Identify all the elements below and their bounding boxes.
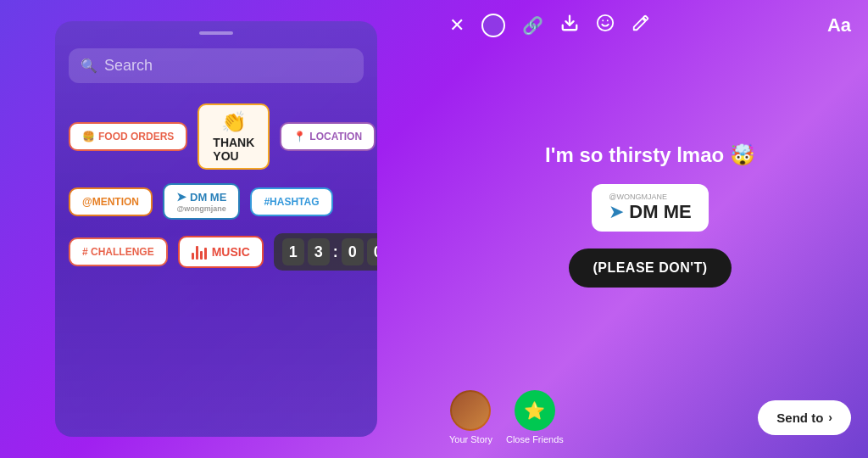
- bottom-bar: Your Story ⭐ Close Friends Send to ›: [432, 380, 868, 458]
- sticker-row-3: # CHALLENGE MUSIC 1 3 : 0 0: [69, 233, 364, 271]
- search-icon: 🔍: [81, 58, 97, 74]
- avatar-image: [452, 392, 489, 429]
- avatar: [450, 390, 491, 431]
- search-input[interactable]: [104, 57, 352, 75]
- location-icon: 📍: [293, 131, 306, 142]
- sticker-grid: 🍔 FOOD ORDERS 👏 THANKYOU 📍 LOCATION @MEN…: [55, 97, 377, 277]
- send-to-label: Send to: [776, 411, 823, 425]
- dm-story-username: @WONGMJANE: [609, 193, 667, 201]
- svg-point-1: [598, 15, 613, 31]
- dm-story-label: DM ME: [629, 201, 691, 223]
- challenge-label: # CHALLENGE: [82, 246, 154, 258]
- food-orders-label: FOOD ORDERS: [98, 131, 174, 142]
- digit-4: 0: [367, 238, 377, 265]
- dm-sticker-story[interactable]: @WONGMJANE ➤ DM ME: [592, 184, 708, 232]
- dm-sub-label: @wongmjane: [177, 204, 226, 213]
- sticker-icon[interactable]: [596, 14, 615, 37]
- countdown-sticker[interactable]: 1 3 : 0 0: [274, 233, 377, 271]
- text-style-icon[interactable]: Aa: [827, 14, 851, 36]
- link-icon[interactable]: 🔗: [522, 15, 543, 36]
- story-content: I'm so thirsty lmao 🤯 @WONGMJANE ➤ DM ME…: [432, 51, 868, 380]
- your-story-label: Your Story: [449, 434, 492, 444]
- toolbar: ✕ 🔗 Aa: [432, 0, 868, 51]
- dm-arrow-icon: ➤: [176, 190, 186, 204]
- right-panel: ✕ 🔗 Aa I'm so thirsty lmao 🤯 @WONGMJANE …: [432, 0, 868, 458]
- send-chevron-icon: ›: [828, 411, 832, 424]
- sticker-row-1: 🍔 FOOD ORDERS 👏 THANKYOU 📍 LOCATION: [69, 103, 364, 170]
- location-sticker[interactable]: 📍 LOCATION: [280, 122, 376, 151]
- close-icon[interactable]: ✕: [449, 14, 465, 36]
- hashtag-sticker[interactable]: #HASHTAG: [250, 187, 332, 216]
- close-friends-icon: ⭐: [515, 390, 555, 431]
- mention-label: @MENTION: [82, 196, 139, 208]
- music-label: MUSIC: [212, 245, 250, 259]
- dm-me-sticker[interactable]: ➤ DM ME @wongmjane: [163, 183, 240, 220]
- bar4: [204, 248, 207, 260]
- close-friends-option[interactable]: ⭐ Close Friends: [506, 390, 564, 444]
- food-orders-sticker[interactable]: 🍔 FOOD ORDERS: [69, 122, 187, 151]
- digit-1: 1: [282, 238, 304, 265]
- send-to-button[interactable]: Send to ›: [758, 400, 851, 435]
- modal-handle: [199, 31, 233, 35]
- dm-me-label: DM ME: [190, 191, 226, 204]
- hands-emoji: 👏: [221, 110, 247, 134]
- sticker-row-2: @MENTION ➤ DM ME @wongmjane #HASHTAG: [69, 183, 364, 220]
- hashtag-label: #HASHTAG: [264, 196, 319, 208]
- close-friends-label: Close Friends: [506, 434, 564, 444]
- bar1: [192, 253, 194, 260]
- mention-sticker[interactable]: @MENTION: [69, 187, 153, 216]
- search-bar: 🔍: [69, 48, 364, 83]
- thank-you-sticker[interactable]: 👏 THANKYOU: [198, 103, 270, 170]
- digit-2: 3: [308, 238, 330, 265]
- dm-story-arrow-icon: ➤: [609, 201, 624, 223]
- location-label: LOCATION: [309, 131, 362, 142]
- please-dont-button[interactable]: (PLEASE DON'T): [569, 249, 731, 288]
- dm-row: ➤ DM ME: [176, 190, 226, 204]
- thank-you-label: THANKYOU: [213, 136, 254, 163]
- challenge-sticker[interactable]: # CHALLENGE: [69, 237, 168, 266]
- sticker-modal: 🔍 🍔 FOOD ORDERS 👏 THANKYOU 📍 LOCATION: [55, 21, 377, 437]
- countdown-colon: :: [333, 243, 338, 261]
- music-bars-icon: [192, 244, 207, 260]
- food-icon: 🍔: [82, 131, 95, 142]
- your-story-option[interactable]: Your Story: [449, 390, 492, 444]
- download-icon[interactable]: [560, 14, 579, 37]
- digit-3: 0: [342, 238, 364, 265]
- bar2: [196, 246, 198, 260]
- music-sticker[interactable]: MUSIC: [178, 236, 264, 268]
- draw-icon[interactable]: [632, 14, 650, 37]
- circle-color-icon[interactable]: [481, 14, 505, 37]
- bar3: [200, 251, 203, 260]
- left-panel: 🔍 🍔 FOOD ORDERS 👏 THANKYOU 📍 LOCATION: [0, 0, 432, 458]
- story-text: I'm so thirsty lmao 🤯: [545, 143, 755, 167]
